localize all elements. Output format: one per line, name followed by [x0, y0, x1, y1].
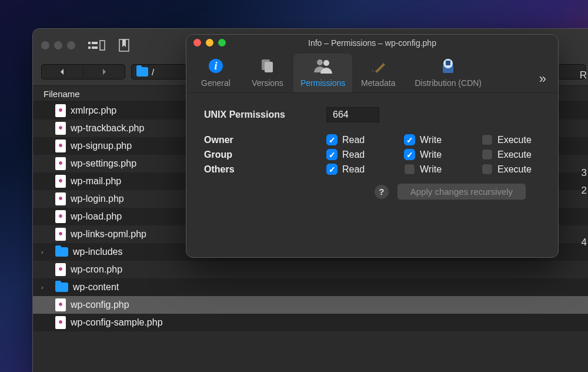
tab-label: Permissions	[300, 78, 345, 88]
info-panel: Info – Permissions – wp-config.php i Gen…	[186, 34, 559, 258]
svg-rect-16	[446, 61, 450, 65]
unix-permissions-label: UNIX Permissions	[204, 109, 326, 120]
unix-permissions-input[interactable]	[326, 107, 379, 122]
checkbox-others-write[interactable]	[404, 164, 415, 175]
folder-icon	[55, 247, 68, 257]
svg-rect-9	[265, 62, 273, 72]
file-name: wp-signup.php	[71, 141, 132, 151]
file-icon	[55, 298, 66, 311]
traffic-zoom-icon[interactable]	[67, 41, 75, 49]
nav-history	[41, 64, 125, 79]
perm-scope-label: Others	[204, 164, 326, 175]
file-icon	[55, 175, 66, 188]
edge-text: 2	[582, 185, 587, 197]
info-close-icon[interactable]	[193, 39, 201, 46]
file-name: wp-settings.php	[71, 158, 136, 169]
edge-text: R	[580, 69, 587, 81]
edge-text: 3	[582, 167, 587, 179]
svg-point-10	[317, 59, 323, 65]
help-icon: ?	[379, 187, 384, 197]
perm-cell-group-execute: Execute	[482, 149, 532, 160]
perm-label: Read	[342, 150, 365, 160]
perm-label: Write	[420, 164, 442, 175]
file-name: wp-login.php	[71, 194, 124, 204]
file-name: wp-includes	[73, 247, 122, 257]
file-row[interactable]: wp-config-sample.php	[33, 314, 588, 331]
perm-cell-owner-read: Read	[326, 134, 404, 145]
file-name: wp-config.php	[71, 300, 129, 310]
view-mode-icon[interactable]	[88, 39, 106, 51]
svg-rect-3	[92, 46, 98, 49]
file-icon	[55, 122, 66, 135]
unix-permissions-row: UNIX Permissions	[204, 107, 540, 122]
svg-rect-2	[88, 46, 91, 49]
svg-point-11	[323, 60, 329, 66]
traffic-minimize-icon[interactable]	[54, 41, 62, 49]
perm-label: Execute	[497, 135, 532, 145]
tab-distribution[interactable]: Distribution (CDN)	[404, 54, 492, 92]
permissions-grid: OwnerReadWriteExecuteGroupReadWriteExecu…	[204, 134, 540, 175]
info-minimize-icon[interactable]	[206, 39, 213, 46]
tab-label: Versions	[252, 78, 283, 88]
file-name: wp-trackback.php	[71, 123, 144, 134]
tab-permissions[interactable]: Permissions	[293, 54, 352, 92]
tab-label: Metadata	[361, 78, 395, 88]
checkbox-group-execute[interactable]	[482, 149, 493, 160]
file-icon	[55, 228, 66, 241]
versions-icon	[259, 57, 276, 75]
perm-cell-owner-execute: Execute	[482, 134, 532, 145]
file-row[interactable]: wp-config.php	[33, 296, 588, 314]
checkbox-owner-read[interactable]	[326, 134, 338, 145]
perm-scope-label: Owner	[204, 135, 326, 145]
perm-row-owner: OwnerReadWriteExecute	[204, 134, 540, 145]
file-icon	[55, 192, 66, 205]
checkbox-owner-execute[interactable]	[482, 134, 493, 145]
expand-chevron-icon[interactable]: ›	[41, 248, 51, 255]
file-icon	[55, 104, 66, 117]
file-icon	[55, 157, 66, 170]
folder-icon	[136, 67, 148, 77]
file-name: wp-load.php	[71, 211, 122, 222]
edge-text: 4	[582, 237, 587, 248]
nav-forward-button[interactable]	[83, 65, 125, 79]
tab-general[interactable]: i General	[190, 54, 242, 92]
checkbox-others-execute[interactable]	[482, 164, 493, 175]
overflow-chevrons-icon[interactable]: »	[534, 54, 554, 87]
bookmark-icon[interactable]	[119, 39, 129, 52]
tab-metadata[interactable]: Metadata	[352, 54, 404, 92]
perm-label: Read	[342, 135, 365, 145]
help-button[interactable]: ?	[375, 185, 389, 199]
traffic-close-icon[interactable]	[41, 41, 49, 49]
svg-rect-4	[100, 41, 105, 50]
perm-cell-group-read: Read	[326, 149, 404, 160]
file-row[interactable]: wp-cron.php	[33, 261, 588, 278]
info-zoom-icon[interactable]	[218, 39, 226, 46]
nav-back-button[interactable]	[42, 65, 83, 79]
file-row[interactable]: ›wp-content	[33, 278, 588, 296]
folder-icon	[55, 283, 68, 292]
perm-cell-others-read: Read	[326, 164, 404, 175]
apply-recursively-button[interactable]: Apply changes recursively	[397, 183, 526, 200]
file-name: wp-mail.php	[71, 176, 121, 187]
server-icon	[440, 57, 456, 75]
file-name: xmlrpc.php	[71, 105, 116, 116]
traffic-lights	[41, 41, 75, 49]
file-name: wp-cron.php	[71, 264, 122, 275]
file-name: wp-config-sample.php	[71, 317, 163, 328]
perm-label: Write	[420, 150, 442, 160]
perm-label: Write	[420, 135, 442, 145]
checkbox-group-write[interactable]	[404, 149, 415, 160]
file-name: wp-content	[73, 282, 119, 293]
perm-cell-owner-write: Write	[404, 134, 482, 145]
breadcrumb-path: /	[152, 67, 154, 77]
tab-versions[interactable]: Versions	[242, 54, 293, 92]
checkbox-group-read[interactable]	[326, 149, 338, 160]
expand-chevron-icon[interactable]: ›	[41, 284, 51, 291]
checkbox-owner-write[interactable]	[404, 134, 415, 145]
file-icon	[55, 210, 66, 223]
checkbox-others-read[interactable]	[326, 164, 338, 175]
tab-label: General	[201, 78, 230, 88]
info-titlebar: Info – Permissions – wp-config.php	[186, 35, 558, 51]
tab-label: Distribution (CDN)	[415, 78, 482, 88]
svg-text:i: i	[214, 60, 217, 72]
